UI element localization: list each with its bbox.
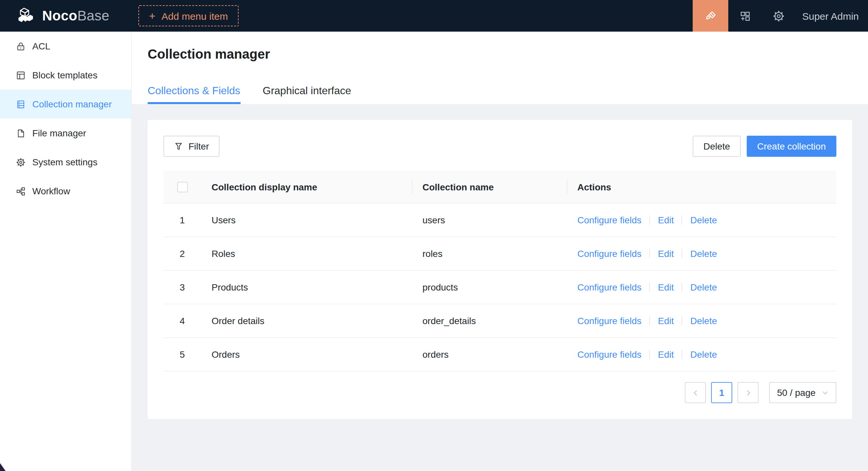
configure-fields-link[interactable]: Configure fields xyxy=(577,215,642,226)
nocobase-cube-icon xyxy=(17,7,37,25)
logo-text: NocoBase xyxy=(42,8,110,24)
tab-bar: Collections & Fields Graphical interface xyxy=(148,85,852,104)
configure-fields-link[interactable]: Configure fields xyxy=(577,282,642,293)
cell-name: users xyxy=(412,204,567,237)
cell-name: products xyxy=(412,271,567,304)
action-divider xyxy=(682,350,682,359)
cell-display-name: Orders xyxy=(201,338,412,372)
add-menu-item-label: Add menu item xyxy=(161,10,228,22)
gear-icon xyxy=(16,157,26,167)
page-size-select[interactable]: 50 / page xyxy=(769,382,836,403)
sidebar-item-label: Workflow xyxy=(32,186,70,196)
row-actions: Configure fields Edit Delete xyxy=(577,249,826,259)
chevron-left-icon xyxy=(692,389,699,397)
action-divider xyxy=(682,249,682,259)
tab-graphical-interface[interactable]: Graphical interface xyxy=(262,85,351,104)
layout-icon xyxy=(16,70,26,80)
filter-button-label: Filter xyxy=(188,141,209,152)
ui-editor-toggle-button[interactable] xyxy=(693,0,728,32)
row-index: 3 xyxy=(163,271,201,304)
configure-fields-link[interactable]: Configure fields xyxy=(577,249,642,259)
sidebar-item-label: ACL xyxy=(32,41,50,52)
add-menu-item-button[interactable]: + Add menu item xyxy=(138,5,239,26)
row-index: 5 xyxy=(163,338,201,372)
system-settings-button[interactable] xyxy=(762,0,796,32)
select-all-checkbox[interactable] xyxy=(177,182,187,193)
sidebar-item-file-manager[interactable]: File manager xyxy=(0,119,131,147)
sidebar-item-label: System settings xyxy=(32,157,97,167)
sidebar-item-collection-manager[interactable]: Collection manager xyxy=(0,90,131,119)
content-area: Filter Delete Create collection Coll xyxy=(132,104,868,471)
cell-name: roles xyxy=(412,237,567,271)
cell-name: order_details xyxy=(412,304,567,338)
delete-link[interactable]: Delete xyxy=(690,282,717,293)
table-header-row: Collection display name Collection name … xyxy=(163,171,836,204)
configure-fields-link[interactable]: Configure fields xyxy=(577,349,642,360)
collections-table: Collection display name Collection name … xyxy=(163,171,836,372)
logo-text-secondary: Base xyxy=(78,8,110,23)
action-divider xyxy=(650,283,650,292)
page-header: Collection manager Collections & Fields … xyxy=(132,32,868,104)
delete-link[interactable]: Delete xyxy=(690,249,717,259)
current-user-menu[interactable]: Super Admin xyxy=(796,10,868,22)
cell-name: orders xyxy=(412,338,567,372)
pagination-page-1[interactable]: 1 xyxy=(711,382,732,403)
delete-link[interactable]: Delete xyxy=(690,349,717,360)
sidebar: ACL Block templates Collection manager F… xyxy=(0,32,132,471)
edit-link[interactable]: Edit xyxy=(658,282,674,293)
create-collection-label: Create collection xyxy=(757,141,826,152)
filter-button[interactable]: Filter xyxy=(163,136,219,157)
nocobase-logo[interactable]: NocoBase xyxy=(0,7,132,25)
gear-icon xyxy=(772,9,785,22)
edit-link[interactable]: Edit xyxy=(658,249,674,259)
configure-fields-link[interactable]: Configure fields xyxy=(577,316,642,327)
file-icon xyxy=(16,128,26,138)
create-collection-button[interactable]: Create collection xyxy=(746,136,836,157)
pagination-prev-button[interactable] xyxy=(685,382,706,403)
workflow-icon xyxy=(16,186,26,196)
action-divider xyxy=(650,216,650,225)
funnel-icon xyxy=(174,142,183,151)
cell-display-name: Products xyxy=(201,271,412,304)
page-title: Collection manager xyxy=(148,32,852,62)
sidebar-item-system-settings[interactable]: System settings xyxy=(0,147,131,176)
edit-link[interactable]: Edit xyxy=(658,215,674,226)
cell-display-name: Order details xyxy=(201,304,412,338)
table-row: 2 Roles roles Configure fields Edit Dele… xyxy=(163,237,836,271)
plugin-manager-button[interactable] xyxy=(728,0,762,32)
row-actions: Configure fields Edit Delete xyxy=(577,316,826,327)
delete-link[interactable]: Delete xyxy=(690,215,717,226)
database-icon xyxy=(16,99,26,109)
table-row: 4 Order details order_details Configure … xyxy=(163,304,836,338)
chevron-down-icon xyxy=(822,390,829,396)
delete-link[interactable]: Delete xyxy=(690,316,717,327)
table-row: 3 Products products Configure fields Edi… xyxy=(163,271,836,304)
sidebar-item-block-templates[interactable]: Block templates xyxy=(0,61,131,90)
row-actions: Configure fields Edit Delete xyxy=(577,282,826,293)
bulk-delete-button[interactable]: Delete xyxy=(693,136,741,157)
table-row: 5 Orders orders Configure fields Edit De… xyxy=(163,338,836,372)
row-index: 4 xyxy=(163,304,201,338)
toolbar-right: Delete Create collection xyxy=(693,136,837,157)
sidebar-item-acl[interactable]: ACL xyxy=(0,32,131,61)
sidebar-item-label: Collection manager xyxy=(32,99,112,109)
lock-icon xyxy=(16,41,26,51)
action-divider xyxy=(650,350,650,359)
logo-text-primary: Noco xyxy=(42,8,78,23)
main-area: Collection manager Collections & Fields … xyxy=(132,32,868,471)
chevron-right-icon xyxy=(744,389,752,397)
pagination-next-button[interactable] xyxy=(738,382,758,403)
tab-collections-and-fields[interactable]: Collections & Fields xyxy=(148,85,240,104)
plus-icon: + xyxy=(149,10,156,22)
sidebar-item-workflow[interactable]: Workflow xyxy=(0,176,131,205)
column-header-name: Collection name xyxy=(412,171,567,204)
column-header-actions: Actions xyxy=(567,171,836,204)
table-row: 1 Users users Configure fields Edit Dele… xyxy=(163,204,836,237)
edit-link[interactable]: Edit xyxy=(658,316,674,327)
row-actions: Configure fields Edit Delete xyxy=(577,349,826,360)
app-viewport: NocoBase + Add menu item Super Admin ACL xyxy=(0,0,868,471)
action-divider xyxy=(650,316,650,326)
edit-link[interactable]: Edit xyxy=(658,349,674,360)
action-divider xyxy=(682,316,682,326)
action-divider xyxy=(682,216,682,225)
